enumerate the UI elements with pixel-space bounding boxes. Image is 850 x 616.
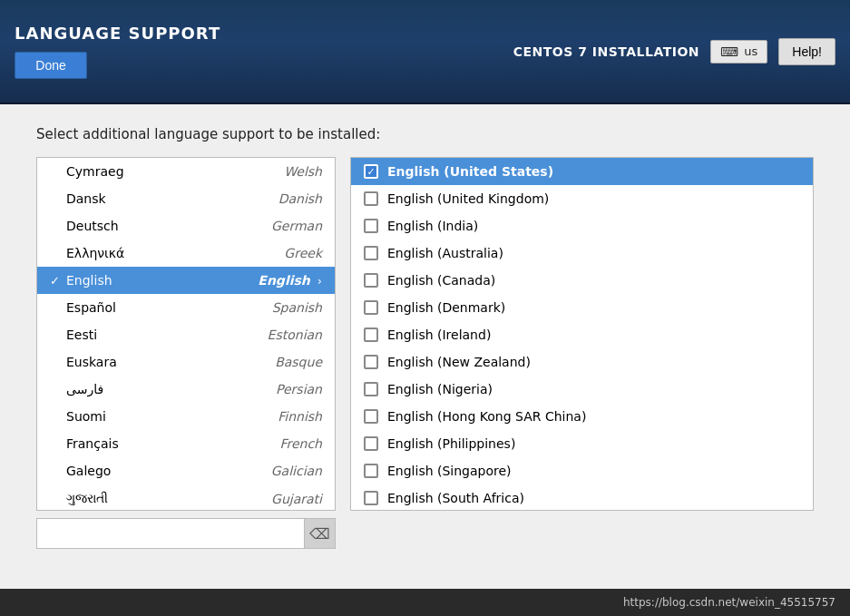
header-left: LANGUAGE SUPPORT Done	[15, 24, 220, 79]
locale-checkbox	[364, 300, 378, 315]
keyboard-icon: ⌨	[720, 44, 738, 59]
locale-label: English (Ireland)	[387, 328, 491, 342]
centos-label: CENTOS 7 INSTALLATION	[513, 44, 699, 59]
locale-checkbox	[364, 436, 378, 451]
language-list-panel[interactable]: CymraegWelshDanskDanishDeutschGermanΕλλη…	[36, 157, 336, 511]
done-button[interactable]: Done	[15, 52, 87, 79]
locale-label: English (United States)	[387, 164, 553, 179]
arrow-icon: ›	[318, 274, 322, 288]
native-name: Galego	[66, 464, 271, 478]
locale-checkbox	[364, 491, 378, 505]
locale-checkbox	[364, 273, 378, 288]
native-name: Ελληνικά	[66, 246, 284, 260]
locale-checkbox	[364, 409, 378, 424]
language-item[interactable]: GalegoGalician	[37, 457, 335, 484]
english-name: German	[271, 219, 322, 233]
search-clear-button[interactable]: ⌫	[305, 518, 336, 549]
native-name: ગુજરાતી	[66, 491, 271, 506]
main-content: Select additional language support to be…	[0, 104, 850, 589]
native-name: Suomi	[66, 409, 278, 424]
native-name: Español	[66, 300, 272, 315]
language-item[interactable]: ΕλληνικάGreek	[37, 240, 335, 267]
check-icon: ✓	[50, 274, 66, 288]
language-item[interactable]: EspañolSpanish	[37, 294, 335, 321]
language-item[interactable]: EestiEstonian	[37, 321, 335, 348]
locale-checkbox	[364, 355, 378, 369]
english-name: Welsh	[284, 164, 322, 179]
locale-label: English (Canada)	[387, 273, 495, 288]
language-item[interactable]: ગુજરાતીGujarati	[37, 484, 335, 511]
english-name: Finnish	[278, 409, 322, 424]
native-name: Français	[66, 436, 279, 451]
english-name: Danish	[278, 191, 322, 206]
locale-item[interactable]: English (Hong Kong SAR China)	[351, 403, 813, 430]
english-name: Spanish	[272, 300, 322, 315]
locale-item[interactable]: English (South Africa)	[351, 484, 813, 511]
locale-label: English (Singapore)	[387, 464, 512, 478]
locale-checkbox	[364, 328, 378, 342]
language-item[interactable]: EuskaraBasque	[37, 348, 335, 376]
locale-list-panel[interactable]: English (United States)English (United K…	[350, 157, 814, 511]
english-name: Basque	[275, 355, 322, 369]
footer-url: https://blog.csdn.net/weixin_45515757	[623, 596, 835, 609]
native-name: Eesti	[66, 328, 268, 342]
locale-checkbox	[364, 164, 378, 179]
language-item[interactable]: FrançaisFrench	[37, 430, 335, 457]
help-button[interactable]: Help!	[778, 38, 835, 65]
english-name: Estonian	[268, 328, 322, 342]
native-name: Cymraeg	[66, 164, 284, 179]
keyboard-layout: us	[744, 44, 757, 58]
locale-item[interactable]: English (United Kingdom)	[351, 185, 813, 212]
locale-item[interactable]: English (Ireland)	[351, 321, 813, 348]
language-item[interactable]: DeutschGerman	[37, 212, 335, 240]
locale-label: English (South Africa)	[387, 491, 524, 505]
subtitle: Select additional language support to be…	[36, 126, 814, 142]
locale-item[interactable]: English (United States)	[351, 158, 813, 185]
english-name: Galician	[271, 464, 322, 478]
english-name: Persian	[276, 382, 322, 396]
locale-label: English (New Zealand)	[387, 355, 531, 369]
english-name: Greek	[284, 246, 322, 260]
keyboard-indicator[interactable]: ⌨ us	[710, 40, 767, 64]
footer: https://blog.csdn.net/weixin_45515757	[0, 589, 850, 616]
search-bar-container: ⌫	[36, 518, 336, 549]
native-name: فارسی	[66, 382, 276, 396]
locale-checkbox	[364, 464, 378, 478]
locale-item[interactable]: English (Canada)	[351, 267, 813, 294]
locale-label: English (Nigeria)	[387, 382, 493, 396]
language-item[interactable]: SuomiFinnish	[37, 403, 335, 430]
native-name: Euskara	[66, 355, 275, 369]
locale-item[interactable]: English (New Zealand)	[351, 348, 813, 376]
locale-label: English (India)	[387, 219, 478, 233]
locale-label: English (Philippines)	[387, 436, 515, 451]
english-name: Gujarati	[271, 492, 322, 506]
native-name: English	[66, 273, 258, 288]
locale-item[interactable]: English (Singapore)	[351, 457, 813, 484]
header: LANGUAGE SUPPORT Done CENTOS 7 INSTALLAT…	[0, 0, 850, 104]
english-name: French	[279, 436, 322, 451]
language-item[interactable]: ✓EnglishEnglish›	[37, 267, 335, 294]
clear-icon: ⌫	[309, 525, 330, 543]
locale-checkbox	[364, 246, 378, 260]
native-name: Deutsch	[66, 219, 271, 233]
page-title: LANGUAGE SUPPORT	[15, 24, 220, 43]
locale-checkbox	[364, 382, 378, 396]
locale-label: English (Australia)	[387, 246, 503, 260]
locale-item[interactable]: English (Nigeria)	[351, 376, 813, 403]
locale-item[interactable]: English (India)	[351, 212, 813, 240]
locale-item[interactable]: English (Philippines)	[351, 430, 813, 457]
search-input[interactable]	[36, 518, 305, 549]
locale-checkbox	[364, 219, 378, 233]
header-right: CENTOS 7 INSTALLATION ⌨ us Help!	[513, 38, 835, 65]
language-item[interactable]: DanskDanish	[37, 185, 335, 212]
panels-container: CymraegWelshDanskDanishDeutschGermanΕλλη…	[36, 157, 814, 511]
locale-item[interactable]: English (Denmark)	[351, 294, 813, 321]
language-item[interactable]: CymraegWelsh	[37, 158, 335, 185]
locale-label: English (Hong Kong SAR China)	[387, 409, 586, 424]
native-name: Dansk	[66, 191, 278, 206]
language-item[interactable]: فارسیPersian	[37, 376, 335, 403]
locale-item[interactable]: English (Australia)	[351, 240, 813, 267]
locale-label: English (United Kingdom)	[387, 191, 549, 206]
locale-label: English (Denmark)	[387, 300, 505, 315]
locale-checkbox	[364, 191, 378, 206]
